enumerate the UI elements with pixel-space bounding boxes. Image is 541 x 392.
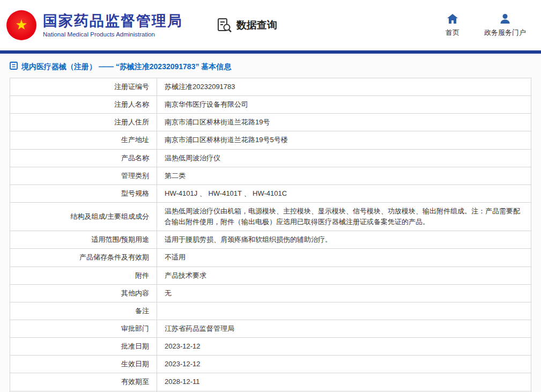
org-name-cn: 国家药品监督管理局 (43, 13, 183, 29)
row-label: 生产地址 (10, 131, 157, 149)
row-label: 注册人名称 (10, 96, 157, 114)
table-row: 备注 (10, 302, 531, 320)
row-label: 适用范围/预期用途 (10, 231, 157, 249)
row-value: 苏械注准20232091783 (157, 78, 531, 96)
row-label: 注册证编号 (10, 78, 157, 96)
table-row: 有效期至2028-12-11 (10, 373, 531, 391)
org-name-en: National Medical Products Administration (43, 31, 183, 38)
breadcrumb: 境内医疗器械（注册） —— “苏械注准20232091783” 基本信息 (0, 54, 541, 78)
row-value: 南京华伟医疗设备有限公司 (157, 96, 531, 114)
row-label: 注册人住所 (10, 114, 157, 131)
table-row: 审批部门江苏省药品监督管理局 (10, 320, 531, 337)
table-row: 产品储存条件及有效期不适用 (10, 249, 531, 267)
row-label: 产品名称 (10, 149, 157, 167)
row-value: 无 (157, 284, 531, 302)
row-value (157, 302, 531, 320)
table-row: 生效日期2023-12-12 (10, 356, 531, 373)
row-value: 第二类 (157, 167, 531, 184)
table-row: 附件产品技术要求 (10, 267, 531, 284)
data-query-icon (216, 17, 232, 33)
row-label: 其他内容 (10, 284, 157, 302)
home-icon (447, 13, 458, 24)
row-value: 2028-12-11 (157, 373, 531, 391)
row-value: 南京市浦口区桥林街道兰花路19号5号楼 (157, 131, 531, 149)
row-label: 有效期至 (10, 373, 157, 391)
nav-portal-label: 政务服务门户 (484, 28, 526, 38)
registration-info-table: 注册证编号苏械注准20232091783注册人名称南京华伟医疗设备有限公司注册人… (10, 78, 531, 392)
row-label: 生效日期 (10, 356, 157, 373)
document-icon (10, 62, 18, 72)
row-value: HW-4101J 、 HW-4101T 、 HW-4101C (157, 184, 531, 202)
row-value: 适用于腰肌劳损、肩颈疼痛和软组织损伤的辅助治疗。 (157, 231, 531, 249)
row-label: 型号规格 (10, 184, 157, 202)
site-header: ★ 国家药品监督管理局 National Medical Products Ad… (0, 0, 541, 50)
table-row: 注册人住所南京市浦口区桥林街道兰花路19号 (10, 114, 531, 131)
table-row: 产品名称温热低周波治疗仪 (10, 149, 531, 167)
data-query-label: 数据查询 (236, 18, 277, 32)
table-row: 结构及组成/主要组成成分温热低周波治疗仪由机箱，电源模块、主控模块、显示模块、信… (10, 202, 531, 231)
star-icon: ★ (15, 18, 27, 32)
row-value: 温热低周波治疗仪由机箱，电源模块、主控模块、显示模块、信号模块、功放模块、输出附… (157, 202, 531, 231)
header-nav: 首页 政务服务门户 (446, 13, 526, 38)
national-emblem-icon: ★ (6, 10, 36, 40)
row-value: 2023-12-12 (157, 338, 531, 356)
page-title: 境内医疗器械（注册） —— “苏械注准20232091783” 基本信息 (21, 62, 231, 72)
row-label: 结构及组成/主要组成成分 (10, 202, 157, 231)
table-row: 管理类别第二类 (10, 167, 531, 184)
row-value: 不适用 (157, 249, 531, 267)
info-table-body: 注册证编号苏械注准20232091783注册人名称南京华伟医疗设备有限公司注册人… (10, 78, 531, 392)
row-label: 产品储存条件及有效期 (10, 249, 157, 267)
nav-home-label: 首页 (446, 28, 460, 38)
row-value: 南京市浦口区桥林街道兰花路19号 (157, 114, 531, 131)
row-value: 温热低周波治疗仪 (157, 149, 531, 167)
row-value: 2023-12-12 (157, 356, 531, 373)
table-row: 适用范围/预期用途适用于腰肌劳损、肩颈疼痛和软组织损伤的辅助治疗。 (10, 231, 531, 249)
table-row: 批准日期2023-12-12 (10, 338, 531, 356)
row-label: 附件 (10, 267, 157, 284)
nmpa-logo[interactable]: ★ 国家药品监督管理局 National Medical Products Ad… (6, 10, 183, 40)
row-label: 批准日期 (10, 338, 157, 356)
nav-home[interactable]: 首页 (446, 13, 460, 38)
row-value: 江苏省药品监督管理局 (157, 320, 531, 337)
nav-portal[interactable]: 政务服务门户 (484, 13, 526, 38)
data-query-tab[interactable]: 数据查询 (216, 17, 277, 33)
table-row: 型号规格HW-4101J 、 HW-4101T 、 HW-4101C (10, 184, 531, 202)
table-row: 生产地址南京市浦口区桥林街道兰花路19号5号楼 (10, 131, 531, 149)
user-icon (500, 13, 510, 24)
row-value: 产品技术要求 (157, 267, 531, 284)
org-names: 国家药品监督管理局 National Medical Products Admi… (43, 13, 183, 38)
page-content: 境内医疗器械（注册） —— “苏械注准20232091783” 基本信息 注册证… (0, 54, 541, 392)
row-label: 审批部门 (10, 320, 157, 337)
table-row: 注册证编号苏械注准20232091783 (10, 78, 531, 96)
table-row: 注册人名称南京华伟医疗设备有限公司 (10, 96, 531, 114)
row-label: 备注 (10, 302, 157, 320)
row-label: 管理类别 (10, 167, 157, 184)
table-row: 其他内容无 (10, 284, 531, 302)
